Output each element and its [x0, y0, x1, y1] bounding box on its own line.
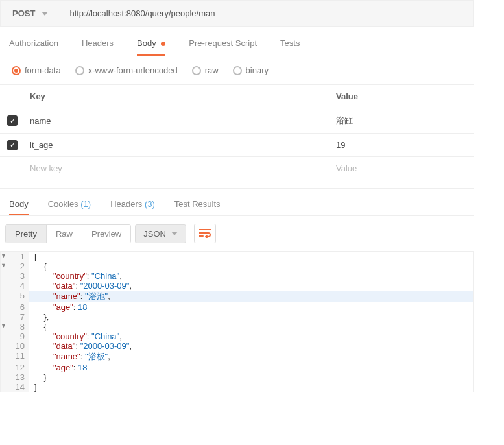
radio-xwww-label: x-www-form-urlencoded — [88, 66, 178, 75]
code-source[interactable]: "name": "浴池", — [29, 291, 473, 302]
request-tabs: Authorization Headers Body Pre-request S… — [0, 27, 474, 56]
code-source[interactable]: }, — [29, 312, 473, 322]
chevron-down-icon — [42, 12, 48, 16]
tab-headers[interactable]: Headers — [82, 38, 114, 56]
response-tabs: Body Cookies (1) Headers (3) Test Result… — [0, 188, 474, 216]
code-line: 4 "data": "2000-03-09", — [1, 281, 473, 291]
key-placeholder[interactable]: New key — [25, 157, 331, 180]
key-cell[interactable]: name — [25, 110, 331, 132]
code-source[interactable]: "country": "China", — [29, 331, 473, 341]
key-cell[interactable]: lt_age — [25, 134, 331, 156]
radio-binary-label: binary — [246, 66, 269, 75]
code-source[interactable]: { — [29, 261, 473, 271]
code-line: 6 "age": 18 — [1, 302, 473, 312]
code-source[interactable]: "age": 18 — [29, 363, 473, 372]
row-checkbox[interactable]: ✓ — [7, 140, 18, 150]
gutter[interactable]: 14 — [1, 382, 29, 392]
radio-raw[interactable]: raw — [192, 66, 219, 75]
headers-count: (3) — [145, 199, 155, 209]
radio-form-data[interactable]: form-data — [12, 66, 61, 75]
col-header-value: Value — [331, 85, 474, 108]
code-source[interactable]: "name": "浴板", — [29, 351, 473, 363]
code-source[interactable]: } — [29, 372, 473, 382]
method-label: POST — [12, 8, 35, 18]
url-input[interactable]: http://localhost:8080/query/people/man — [60, 1, 473, 26]
gutter[interactable]: 6 — [1, 302, 29, 312]
gutter[interactable]: 2▼ — [1, 261, 29, 271]
code-source[interactable]: "age": 18 — [29, 302, 473, 312]
resp-tab-headers-label: Headers — [110, 199, 142, 209]
resp-tab-headers[interactable]: Headers (3) — [110, 199, 155, 215]
gutter[interactable]: 9 — [1, 331, 29, 341]
gutter[interactable]: 1▼ — [1, 252, 29, 261]
value-cell[interactable]: 19 — [331, 134, 474, 156]
code-line: 14] — [1, 382, 473, 392]
raw-button[interactable]: Raw — [46, 225, 82, 243]
gutter[interactable]: 12 — [1, 363, 29, 372]
code-source[interactable]: "data": "2000-03-09", — [29, 341, 473, 351]
resp-tab-cookies-label: Cookies — [48, 199, 78, 209]
code-line: 10 "data": "2000-03-09", — [1, 341, 473, 351]
code-source[interactable]: "country": "China", — [29, 271, 473, 281]
pretty-button[interactable]: Pretty — [6, 225, 46, 243]
code-line: 7 }, — [1, 312, 473, 322]
gutter[interactable]: 13 — [1, 372, 29, 382]
resp-tab-body[interactable]: Body — [9, 199, 29, 215]
radio-circle-icon — [12, 66, 21, 75]
method-select[interactable]: POST — [1, 1, 60, 26]
view-mode-group: Pretty Raw Preview — [5, 224, 131, 243]
value-cell[interactable]: 浴缸 — [331, 108, 474, 133]
code-line: 2▼ { — [1, 261, 473, 271]
code-line: 13 } — [1, 372, 473, 382]
gutter[interactable]: 10 — [1, 341, 29, 351]
tab-body-label: Body — [137, 38, 156, 48]
gutter[interactable]: 7 — [1, 312, 29, 322]
format-select[interactable]: JSON — [135, 224, 186, 243]
wrap-icon — [199, 229, 211, 238]
response-toolbar: Pretty Raw Preview JSON — [0, 216, 474, 251]
table-row-placeholder[interactable]: New key Value — [0, 157, 474, 180]
fold-icon[interactable]: ▼ — [1, 322, 6, 329]
code-line: 1▼[ — [1, 252, 473, 261]
code-line: 9 "country": "China", — [1, 331, 473, 341]
radio-circle-icon — [233, 66, 242, 75]
table-row: ✓ name 浴缸 — [0, 108, 474, 134]
tab-body[interactable]: Body — [137, 38, 165, 56]
wrap-lines-button[interactable] — [194, 224, 216, 243]
gutter[interactable]: 8▼ — [1, 322, 29, 331]
body-type-radios: form-data x-www-form-urlencoded raw bina… — [0, 56, 474, 84]
value-placeholder[interactable]: Value — [331, 157, 474, 180]
gutter[interactable]: 5 — [1, 291, 29, 302]
preview-button[interactable]: Preview — [82, 225, 130, 243]
resp-tab-tests[interactable]: Test Results — [174, 199, 221, 215]
fold-icon[interactable]: ▼ — [1, 252, 6, 259]
tab-tests[interactable]: Tests — [280, 38, 300, 56]
code-line: 12 "age": 18 — [1, 363, 473, 372]
unsaved-dot-icon — [161, 42, 165, 46]
gutter[interactable]: 11 — [1, 351, 29, 363]
fold-icon[interactable]: ▼ — [1, 262, 6, 269]
gutter[interactable]: 3 — [1, 271, 29, 281]
code-source[interactable]: [ — [29, 252, 473, 261]
gutter[interactable]: 4 — [1, 281, 29, 291]
code-source[interactable]: ] — [29, 382, 473, 392]
radio-binary[interactable]: binary — [233, 66, 269, 75]
table-row: ✓ lt_age 19 — [0, 134, 474, 157]
resp-tab-cookies[interactable]: Cookies (1) — [48, 199, 91, 215]
row-checkbox[interactable]: ✓ — [7, 115, 18, 126]
response-body[interactable]: 1▼[2▼ {3 "country": "China",4 "data": "2… — [0, 251, 474, 392]
radio-xwww[interactable]: x-www-form-urlencoded — [75, 66, 178, 75]
tab-prerequest[interactable]: Pre-request Script — [189, 38, 257, 56]
code-source[interactable]: "data": "2000-03-09", — [29, 281, 473, 291]
chevron-down-icon — [171, 232, 178, 235]
tab-authorization[interactable]: Authorization — [9, 38, 58, 56]
radio-circle-icon — [75, 66, 84, 75]
request-bar: POST http://localhost:8080/query/people/… — [0, 0, 474, 27]
cookies-count: (1) — [80, 199, 91, 209]
code-line: 5 "name": "浴池", — [1, 291, 473, 302]
radio-circle-icon — [192, 66, 201, 75]
code-line: 11 "name": "浴板", — [1, 351, 473, 363]
formdata-table: Key Value ✓ name 浴缸 ✓ lt_age 19 New key … — [0, 84, 474, 180]
code-source[interactable]: { — [29, 322, 473, 331]
radio-raw-label: raw — [205, 66, 219, 75]
